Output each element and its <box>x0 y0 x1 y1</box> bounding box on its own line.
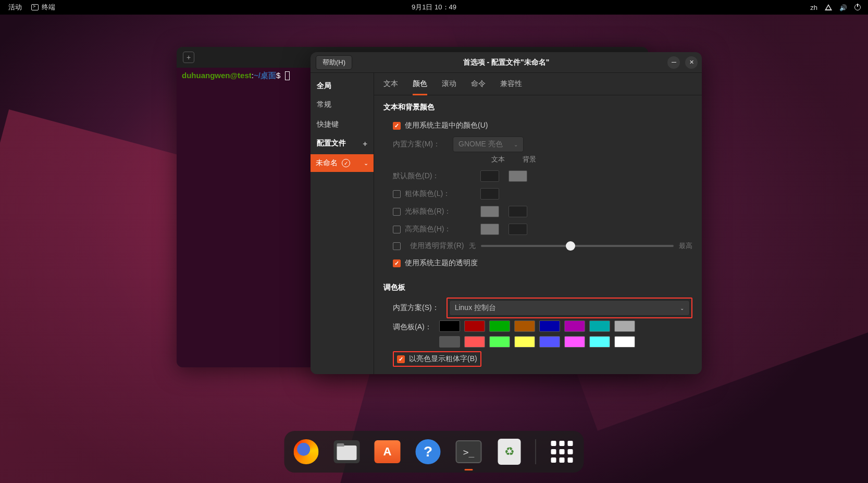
palette-swatch[interactable] <box>564 336 585 348</box>
default-profile-icon <box>342 159 350 167</box>
chevron-down-icon: ⌄ <box>680 305 684 311</box>
palette-grid <box>439 320 635 348</box>
transparency-slider <box>481 245 674 247</box>
power-icon[interactable] <box>854 4 861 10</box>
dock-terminal[interactable] <box>454 437 483 466</box>
checkbox-use-theme-colors[interactable] <box>393 122 401 130</box>
palette-swatch[interactable] <box>489 336 510 348</box>
palette-swatch[interactable] <box>614 336 635 348</box>
section-title-text-bg: 文本和背景颜色 <box>383 103 692 112</box>
label-palette: 调色板(A)： <box>393 320 432 332</box>
preferences-dialog: 帮助(H) 首选项 - 配置文件"未命名" 全局 常规 快捷键 配置文件 + 未… <box>311 52 702 374</box>
swatch-cursor-text <box>480 206 499 217</box>
top-bar: 活动 终端 9月1日 10：49 zh <box>0 0 868 15</box>
label-default-color: 默认颜色(D)： <box>393 171 439 181</box>
checkbox-use-theme-transparency[interactable] <box>393 259 401 267</box>
tab-compat[interactable]: 兼容性 <box>500 79 522 95</box>
sidebar-item-general[interactable]: 常规 <box>311 95 374 115</box>
sidebar-heading-profiles: 配置文件 + <box>311 134 374 152</box>
slider-label-min: 无 <box>469 241 476 251</box>
tab-scrolling[interactable]: 滚动 <box>442 79 456 95</box>
label-transparent-bg: 使用透明背景(R) <box>410 241 464 251</box>
terminal-app-icon <box>456 440 482 463</box>
checkbox-highlight-color[interactable] <box>393 226 401 233</box>
slider-label-max: 最高 <box>679 241 692 251</box>
active-app-indicator[interactable]: 终端 <box>31 3 55 12</box>
label-palette-scheme: 内置方案(S)： <box>393 303 439 313</box>
palette-swatch[interactable] <box>589 336 610 348</box>
palette-swatch[interactable] <box>514 336 535 348</box>
files-icon <box>334 440 360 463</box>
dock-software[interactable] <box>373 437 402 466</box>
palette-swatch[interactable] <box>614 320 635 332</box>
ime-indicator[interactable]: zh <box>810 4 817 11</box>
label-highlight-color: 高亮颜色(H)： <box>405 225 451 234</box>
terminal-icon <box>31 4 39 10</box>
dock-trash[interactable] <box>495 437 524 466</box>
trash-icon <box>498 439 521 465</box>
label-use-theme-transparency: 使用系统主题的透明度 <box>405 258 478 268</box>
help-menu-button[interactable]: 帮助(H) <box>316 55 352 70</box>
palette-swatch[interactable] <box>564 320 585 332</box>
swatch-bold-text <box>480 188 499 200</box>
prefs-title: 首选项 - 配置文件"未命名" <box>463 58 550 67</box>
network-icon[interactable] <box>825 4 832 10</box>
swatch-highlight-bg <box>509 224 527 235</box>
new-tab-button[interactable]: + <box>183 52 194 63</box>
tab-colors[interactable]: 颜色 <box>413 79 427 95</box>
prompt-dollar: $ <box>276 71 280 80</box>
chevron-down-icon[interactable]: ⌄ <box>364 160 368 167</box>
highlight-palette-scheme: Linux 控制台 ⌄ <box>447 298 692 318</box>
checkbox-bold-bright[interactable] <box>397 355 405 363</box>
prompt-user-host: duhuangwen@test <box>182 71 252 80</box>
chevron-down-icon: ⌄ <box>514 142 518 147</box>
palette-swatch[interactable] <box>539 320 560 332</box>
palette-swatch[interactable] <box>439 320 460 332</box>
prefs-titlebar: 帮助(H) 首选项 - 配置文件"未命名" <box>311 52 702 73</box>
firefox-icon <box>294 439 319 464</box>
tab-text[interactable]: 文本 <box>383 79 398 95</box>
palette-swatch[interactable] <box>589 320 610 332</box>
help-icon <box>416 439 441 464</box>
highlight-bold-bright: 以亮色显示粗体字(B) <box>393 351 481 367</box>
label-builtin-scheme: 内置方案(M)： <box>393 140 440 149</box>
terminal-cursor <box>285 71 290 80</box>
column-header-text: 文本 <box>488 155 509 164</box>
close-button[interactable] <box>685 56 698 69</box>
dock-firefox[interactable] <box>292 437 321 466</box>
prefs-sidebar: 全局 常规 快捷键 配置文件 + 未命名 ⌄ <box>311 73 374 374</box>
tab-command[interactable]: 命令 <box>471 79 486 95</box>
activities-button[interactable]: 活动 <box>8 3 22 12</box>
palette-swatch[interactable] <box>439 336 460 348</box>
profile-name-label: 未命名 <box>316 158 338 168</box>
label-bold-bright: 以亮色显示粗体字(B) <box>409 354 477 364</box>
dropdown-palette-scheme[interactable]: Linux 控制台 ⌄ <box>449 300 690 316</box>
swatch-default-bg <box>509 170 527 182</box>
volume-icon[interactable] <box>839 4 847 11</box>
dock-files[interactable] <box>332 437 362 466</box>
swatch-highlight-text <box>480 224 499 235</box>
palette-swatch[interactable] <box>464 336 485 348</box>
palette-swatch[interactable] <box>539 336 560 348</box>
prefs-content: 文本 颜色 滚动 命令 兼容性 文本和背景颜色 使用系统主题中的颜色(U) 内置… <box>374 73 702 374</box>
software-icon <box>375 440 401 463</box>
dock-apps[interactable] <box>548 437 577 466</box>
sidebar-profile-unnamed[interactable]: 未命名 ⌄ <box>311 154 374 172</box>
label-cursor-color: 光标颜色(R)： <box>405 207 451 216</box>
dock-help[interactable] <box>414 437 443 466</box>
checkbox-bold-color[interactable] <box>393 190 401 198</box>
checkbox-transparent-bg[interactable] <box>393 242 401 250</box>
checkbox-cursor-color[interactable] <box>393 208 401 216</box>
dock-separator <box>536 439 536 464</box>
clock[interactable]: 9月1日 10：49 <box>412 3 456 12</box>
palette-swatch[interactable] <box>514 320 535 332</box>
minimize-button[interactable] <box>667 56 680 69</box>
sidebar-item-shortcuts[interactable]: 快捷键 <box>311 115 374 134</box>
palette-swatch[interactable] <box>489 320 510 332</box>
label-use-theme-colors: 使用系统主题中的颜色(U) <box>405 121 488 130</box>
prefs-tabs: 文本 颜色 滚动 命令 兼容性 <box>374 73 702 95</box>
palette-swatch[interactable] <box>464 320 485 332</box>
add-profile-button[interactable]: + <box>363 139 367 148</box>
active-app-label: 终端 <box>42 3 55 12</box>
sidebar-heading-global: 全局 <box>311 77 374 95</box>
